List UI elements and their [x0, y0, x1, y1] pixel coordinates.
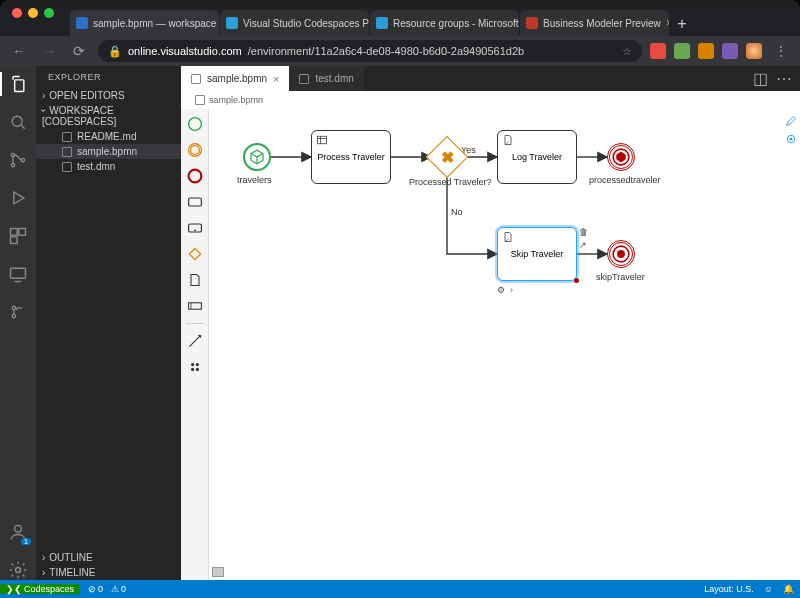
context-append-icon[interactable]: › — [510, 285, 520, 295]
search-icon[interactable] — [8, 112, 28, 132]
extension-icon[interactable] — [674, 43, 690, 59]
svg-point-1 — [11, 153, 14, 156]
svg-point-10 — [15, 525, 22, 532]
bpmn-start-event[interactable] — [243, 143, 271, 171]
split-editor-icon[interactable]: ◫ — [753, 69, 768, 88]
favicon-icon — [526, 17, 538, 29]
svg-point-14 — [190, 146, 199, 155]
url-path: /environment/11a2a6c4-de08-4980-b6d0-2a9… — [248, 45, 524, 57]
palette-pool-icon[interactable] — [186, 297, 204, 315]
svg-rect-19 — [188, 303, 201, 309]
context-delete-icon[interactable]: 🗑 — [579, 227, 589, 237]
palette-tools-icon[interactable] — [186, 358, 204, 376]
status-errors[interactable]: ⊘ 0 — [88, 584, 103, 594]
svg-point-3 — [21, 158, 24, 161]
close-icon[interactable]: × — [666, 16, 670, 30]
svg-point-23 — [195, 368, 198, 371]
section-outline[interactable]: OUTLINE — [36, 550, 181, 565]
svg-point-12 — [188, 118, 201, 131]
editor-tab[interactable]: sample.bpmn × — [181, 66, 289, 91]
resize-handle[interactable] — [574, 278, 579, 283]
minimap-toggle[interactable] — [212, 567, 224, 577]
breadcrumb[interactable]: sample.bpmn — [181, 91, 800, 109]
url-host: online.visualstudio.com — [128, 45, 242, 57]
section-workspace[interactable]: WORKSPACE [CODESPACES] — [36, 103, 181, 129]
favicon-icon — [376, 17, 388, 29]
browser-tab[interactable]: sample.bpmn — workspace [C × — [70, 10, 220, 36]
bpmn-end-event[interactable] — [607, 143, 635, 171]
editor-right-gutter — [782, 109, 800, 580]
context-pad: 🗑 ↗ — [579, 227, 589, 250]
svg-point-2 — [11, 163, 14, 166]
back-button[interactable]: ← — [8, 40, 30, 62]
extension-icon[interactable] — [650, 43, 666, 59]
close-icon[interactable]: × — [273, 73, 279, 85]
profile-avatar[interactable] — [746, 43, 762, 59]
status-layout[interactable]: Layout: U.S. — [704, 584, 754, 594]
extension-icon[interactable] — [698, 43, 714, 59]
preview-icon[interactable] — [785, 133, 797, 145]
browser-tab[interactable]: Visual Studio Codespaces Pri × — [220, 10, 370, 36]
bpmn-task-label: Log Traveler — [512, 152, 562, 163]
edit-icon[interactable] — [785, 115, 797, 127]
activity-bar: 1 — [0, 66, 36, 580]
extension-icon[interactable] — [722, 43, 738, 59]
extensions-icon[interactable] — [8, 226, 28, 246]
address-bar[interactable]: 🔒 online.visualstudio.com/environment/11… — [98, 40, 642, 62]
remote-explorer-icon[interactable] — [8, 264, 28, 284]
palette-task-icon[interactable] — [186, 193, 204, 211]
mac-zoom-icon[interactable] — [44, 8, 54, 18]
source-control-icon[interactable] — [8, 150, 28, 170]
menu-button[interactable]: ⋮ — [770, 40, 792, 62]
settings-gear-icon[interactable] — [8, 560, 28, 580]
new-tab-button[interactable]: + — [670, 12, 694, 36]
svg-point-22 — [191, 368, 194, 371]
palette-subprocess-icon[interactable] — [186, 219, 204, 237]
palette-data-object-icon[interactable] — [186, 271, 204, 289]
accounts-icon[interactable]: 1 — [8, 522, 28, 542]
run-debug-icon[interactable] — [8, 188, 28, 208]
context-connect-icon[interactable]: ↗ — [579, 240, 589, 250]
file-item[interactable]: test.dmn — [36, 159, 181, 174]
palette-start-event-icon[interactable] — [186, 115, 204, 133]
bpmn-end-event[interactable] — [607, 240, 635, 268]
file-icon — [62, 162, 72, 172]
palette-end-event-icon[interactable] — [186, 167, 204, 185]
status-warnings[interactable]: ⚠ 0 — [111, 584, 126, 594]
bpmn-task[interactable]: Process Traveler — [311, 130, 391, 184]
mac-minimize-icon[interactable] — [28, 8, 38, 18]
editor-tab[interactable]: test.dmn — [289, 66, 363, 91]
forward-button[interactable]: → — [38, 40, 60, 62]
file-item[interactable]: sample.bpmn — [36, 144, 181, 159]
favicon-icon — [76, 17, 88, 29]
bpmn-canvas[interactable]: travelers Process Traveler ✖ Yes Process… — [209, 109, 782, 580]
more-icon[interactable]: ⋯ — [776, 69, 792, 88]
context-wrench-icon[interactable]: ⚙ — [497, 285, 507, 295]
palette-connect-icon[interactable] — [186, 332, 204, 350]
editor-area: sample.bpmn × test.dmn ◫ ⋯ sample.bpmn — [181, 66, 800, 580]
bpmn-task[interactable]: Log Traveler — [497, 130, 577, 184]
browser-tabstrip: sample.bpmn — workspace [C × Visual Stud… — [0, 8, 800, 36]
section-open-editors[interactable]: OPEN EDITORS — [36, 88, 181, 103]
palette-gateway-icon[interactable] — [186, 245, 204, 263]
star-icon[interactable]: ☆ — [622, 45, 632, 58]
editor-tab-label: test.dmn — [315, 73, 353, 84]
github-icon[interactable] — [8, 302, 28, 322]
reload-button[interactable]: ⟳ — [68, 40, 90, 62]
status-bell-icon[interactable]: 🔔 — [783, 584, 794, 594]
file-icon — [191, 74, 201, 84]
mac-close-icon[interactable] — [12, 8, 22, 18]
bpmn-gateway[interactable]: ✖ — [426, 136, 468, 178]
bpmn-task[interactable]: Skip Traveler — [497, 227, 577, 281]
browser-tab[interactable]: Business Modeler Preview × — [520, 10, 670, 36]
explorer-icon[interactable] — [8, 74, 28, 94]
status-feedback-icon[interactable]: ☺ — [764, 584, 773, 594]
section-timeline[interactable]: TIMELINE — [36, 565, 181, 580]
svg-rect-24 — [318, 136, 327, 144]
palette-intermediate-event-icon[interactable] — [186, 141, 204, 159]
status-remote[interactable]: ❯❮ Codespaces — [0, 584, 80, 594]
file-name: sample.bpmn — [77, 146, 137, 157]
file-item[interactable]: README.md — [36, 129, 181, 144]
browser-tab[interactable]: Resource groups - Microsoft × — [370, 10, 520, 36]
bpmn-label: No — [451, 207, 463, 217]
